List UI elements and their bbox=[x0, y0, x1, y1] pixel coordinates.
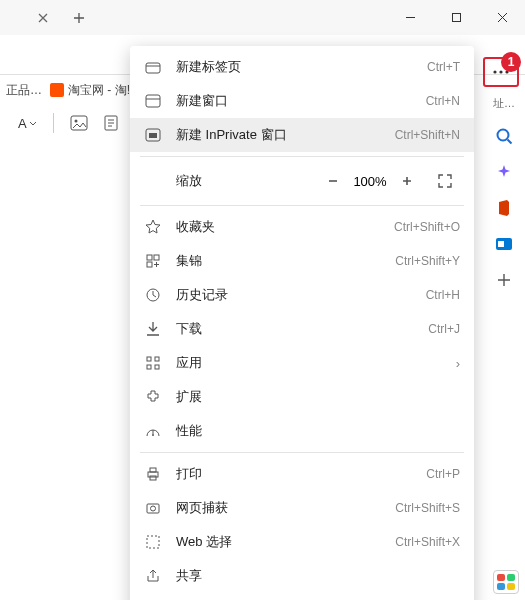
page-icon[interactable] bbox=[104, 115, 118, 131]
settings-and-more-menu: 新建标签页 Ctrl+T 新建窗口 Ctrl+N 新建 InPrivate 窗口… bbox=[130, 46, 474, 600]
svg-point-22 bbox=[152, 434, 154, 436]
menu-item-label: 应用 bbox=[176, 354, 450, 372]
siderail-truncated-label: 址… bbox=[493, 96, 515, 111]
menu-item-label: Web 选择 bbox=[176, 533, 395, 551]
svg-rect-18 bbox=[147, 357, 151, 361]
apps-icon bbox=[144, 355, 162, 371]
search-icon[interactable] bbox=[493, 125, 515, 147]
svg-rect-15 bbox=[154, 255, 159, 260]
favorites-item-label: 正品… bbox=[6, 82, 42, 99]
outlook-icon[interactable] bbox=[493, 233, 515, 255]
svg-rect-26 bbox=[147, 504, 159, 513]
menu-item-shortcut: Ctrl+Shift+O bbox=[394, 220, 460, 234]
svg-rect-19 bbox=[155, 357, 159, 361]
menu-item-label: 收藏夹 bbox=[176, 218, 394, 236]
menu-separator bbox=[140, 452, 464, 453]
favorites-item[interactable]: 正品… bbox=[6, 82, 42, 99]
menu-item-shortcut: Ctrl+J bbox=[428, 322, 460, 336]
side-rail: 址… bbox=[483, 88, 525, 291]
menu-item-label: 新建 InPrivate 窗口 bbox=[176, 126, 395, 144]
menu-find[interactable]: 在页面上查找 Ctrl+F bbox=[130, 593, 474, 600]
svg-rect-21 bbox=[155, 365, 159, 369]
menu-history[interactable]: 历史记录 Ctrl+H bbox=[130, 278, 474, 312]
menu-item-label: 网页捕获 bbox=[176, 499, 395, 517]
menu-extensions[interactable]: 扩展 bbox=[130, 380, 474, 414]
menu-item-label: 性能 bbox=[176, 422, 460, 440]
menu-item-label: 集锦 bbox=[176, 252, 395, 270]
sparkle-icon[interactable] bbox=[493, 161, 515, 183]
zoom-value: 100% bbox=[348, 174, 392, 189]
menu-item-shortcut: Ctrl+Shift+Y bbox=[395, 254, 460, 268]
menu-item-label: 新建标签页 bbox=[176, 58, 427, 76]
svg-rect-9 bbox=[498, 241, 504, 247]
svg-point-5 bbox=[74, 120, 77, 123]
menu-new-window[interactable]: 新建窗口 Ctrl+N bbox=[130, 84, 474, 118]
window-icon bbox=[144, 94, 162, 108]
performance-icon bbox=[144, 423, 162, 439]
siderail-tiles-button[interactable] bbox=[493, 570, 519, 594]
office-icon[interactable] bbox=[493, 197, 515, 219]
menu-zoom-row: 缩放 100% bbox=[130, 161, 474, 201]
window-maximize-button[interactable] bbox=[433, 0, 479, 35]
svg-rect-16 bbox=[147, 262, 152, 267]
menu-item-shortcut: Ctrl+H bbox=[426, 288, 460, 302]
chevron-right-icon: › bbox=[456, 356, 460, 371]
separator bbox=[53, 113, 54, 133]
menu-separator bbox=[140, 156, 464, 157]
window-close-button[interactable] bbox=[479, 0, 525, 35]
zoom-label: 缩放 bbox=[176, 172, 318, 190]
history-icon bbox=[144, 287, 162, 303]
menu-collections[interactable]: 集锦 Ctrl+Shift+Y bbox=[130, 244, 474, 278]
menu-item-shortcut: Ctrl+P bbox=[426, 467, 460, 481]
callout-badge-1: 1 bbox=[501, 52, 521, 72]
svg-rect-10 bbox=[146, 63, 160, 73]
menu-item-label: 打印 bbox=[176, 465, 426, 483]
menu-item-shortcut: Ctrl+Shift+N bbox=[395, 128, 460, 142]
new-tab-button[interactable] bbox=[64, 3, 94, 33]
svg-rect-13 bbox=[149, 133, 157, 138]
tab-icon bbox=[144, 60, 162, 74]
svg-point-2 bbox=[499, 70, 502, 73]
image-icon[interactable] bbox=[70, 115, 88, 131]
svg-point-27 bbox=[151, 506, 156, 511]
extensions-icon bbox=[144, 389, 162, 405]
menu-print[interactable]: 打印 Ctrl+P bbox=[130, 457, 474, 491]
taobao-icon bbox=[50, 83, 64, 97]
fullscreen-button[interactable] bbox=[430, 166, 460, 196]
collections-icon bbox=[144, 253, 162, 269]
menu-new-inprivate[interactable]: 新建 InPrivate 窗口 Ctrl+Shift+N bbox=[130, 118, 474, 152]
menu-share[interactable]: 共享 bbox=[130, 559, 474, 593]
svg-point-1 bbox=[493, 70, 496, 73]
inprivate-icon bbox=[144, 128, 162, 142]
capture-icon bbox=[144, 500, 162, 516]
zoom-in-button[interactable] bbox=[392, 166, 422, 196]
star-icon bbox=[144, 219, 162, 235]
menu-apps[interactable]: 应用 › bbox=[130, 346, 474, 380]
svg-rect-0 bbox=[452, 14, 460, 22]
svg-rect-24 bbox=[150, 468, 156, 472]
zoom-out-button[interactable] bbox=[318, 166, 348, 196]
menu-favorites[interactable]: 收藏夹 Ctrl+Shift+O bbox=[130, 210, 474, 244]
window-minimize-button[interactable] bbox=[387, 0, 433, 35]
share-icon bbox=[144, 568, 162, 584]
menu-item-shortcut: Ctrl+N bbox=[426, 94, 460, 108]
tab-close-button[interactable] bbox=[30, 5, 56, 31]
menu-item-label: 扩展 bbox=[176, 388, 460, 406]
select-icon bbox=[144, 534, 162, 550]
siderail-add-button[interactable] bbox=[493, 269, 515, 291]
font-dropdown[interactable]: A bbox=[18, 116, 37, 131]
menu-item-label: 下载 bbox=[176, 320, 428, 338]
menu-performance[interactable]: 性能 bbox=[130, 414, 474, 448]
menu-item-shortcut: Ctrl+Shift+S bbox=[395, 501, 460, 515]
menu-item-label: 历史记录 bbox=[176, 286, 426, 304]
menu-downloads[interactable]: 下载 Ctrl+J bbox=[130, 312, 474, 346]
menu-new-tab[interactable]: 新建标签页 Ctrl+T bbox=[130, 50, 474, 84]
download-icon bbox=[144, 321, 162, 337]
svg-rect-11 bbox=[146, 95, 160, 107]
menu-item-shortcut: Ctrl+Shift+X bbox=[395, 535, 460, 549]
menu-item-label: 共享 bbox=[176, 567, 460, 585]
title-bar bbox=[0, 0, 525, 35]
menu-webselect[interactable]: Web 选择 Ctrl+Shift+X bbox=[130, 525, 474, 559]
menu-webcapture[interactable]: 网页捕获 Ctrl+Shift+S bbox=[130, 491, 474, 525]
svg-rect-28 bbox=[147, 536, 159, 548]
